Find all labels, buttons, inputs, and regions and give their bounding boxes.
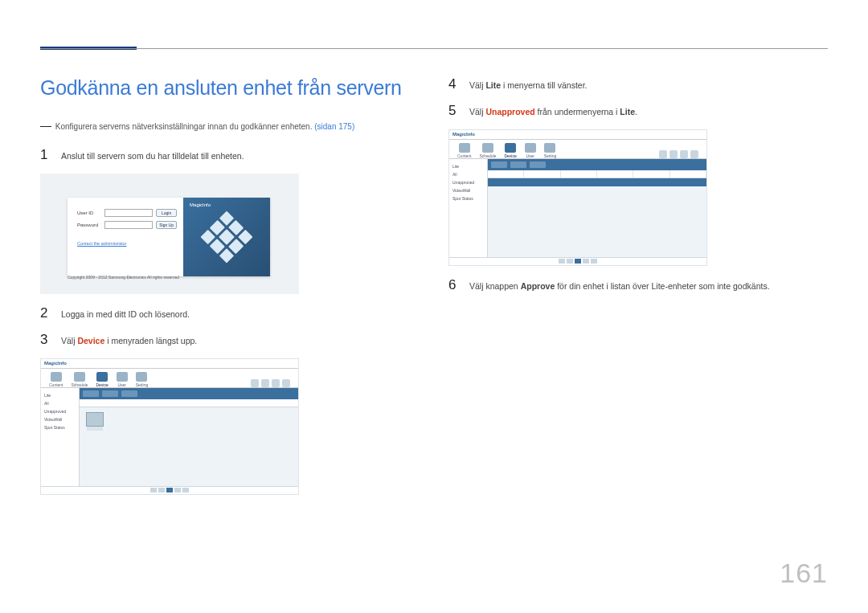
app-tabs: Content Schedule Device User Setting (449, 140, 706, 159)
table-header (488, 170, 706, 178)
step-number: 5 (448, 103, 458, 119)
step-number: 3 (40, 332, 50, 348)
login-row-pass: Password Sign Up (77, 221, 177, 229)
tool-btn[interactable] (121, 390, 137, 397)
app-toolbar (488, 159, 706, 170)
app-main (488, 159, 706, 257)
contact-admin-link[interactable]: Contact the administrator (77, 241, 126, 246)
config-note: ― Konfigurera serverns nätverksinställni… (40, 117, 420, 134)
step-number: 4 (448, 76, 458, 92)
util-icon[interactable] (669, 150, 678, 158)
brand-graphic (201, 210, 253, 263)
login-form: User ID Login Password Sign Up Contact t… (68, 198, 183, 276)
pass-label: Password (77, 223, 101, 227)
pass-input[interactable] (104, 221, 153, 229)
screenshot-device: MagicInfo Content Schedule Device User S… (40, 358, 299, 495)
tool-btn[interactable] (510, 161, 526, 168)
pager-btn[interactable] (559, 259, 565, 264)
side-lite[interactable]: Lite (44, 391, 76, 399)
pager-btn[interactable] (150, 488, 157, 492)
app-tabs: Content Schedule Device User Setting (41, 369, 298, 388)
util-icon[interactable] (659, 150, 667, 158)
side-lite[interactable]: Lite (452, 162, 484, 170)
side-videowall[interactable]: VideoWall (44, 415, 76, 423)
pager-current[interactable] (575, 259, 581, 264)
app-body: Lite All Unapproved VideoWall Spot Statu… (41, 388, 298, 486)
pager-btn[interactable] (182, 488, 189, 492)
pager-current[interactable] (166, 488, 173, 492)
device-thumb[interactable] (86, 412, 104, 427)
setting-icon (544, 143, 555, 153)
pager-btn[interactable] (583, 259, 589, 264)
side-all[interactable]: All (452, 170, 484, 178)
tab-content[interactable]: Content (457, 143, 472, 158)
app-sidebar: Lite All Unapproved VideoWall Spot Statu… (449, 159, 488, 257)
content-icon (51, 372, 62, 382)
side-all[interactable]: All (44, 399, 76, 407)
util-icon[interactable] (282, 379, 290, 387)
side-videowall[interactable]: VideoWall (452, 186, 484, 194)
page-number: 161 (780, 558, 828, 589)
note-link[interactable]: (sidan 175) (314, 122, 354, 131)
step-text: Välj Device i menyraden längst upp. (61, 332, 197, 349)
tab-setting[interactable]: Setting (544, 143, 557, 158)
tab-device[interactable]: Device (504, 143, 516, 158)
tool-btn[interactable] (530, 161, 546, 168)
table-row-selected[interactable] (488, 178, 706, 186)
schedule-icon (74, 372, 85, 382)
util-icon[interactable] (261, 379, 269, 387)
app-main (80, 388, 298, 486)
step-text: Anslut till servern som du har tilldelat… (61, 147, 244, 164)
util-icon[interactable] (690, 150, 698, 158)
side-unapproved[interactable]: Unapproved (452, 178, 484, 186)
user-icon (117, 372, 128, 382)
login-card: User ID Login Password Sign Up Contact t… (68, 198, 270, 276)
app-breadcrumb (80, 399, 298, 407)
user-input[interactable] (104, 209, 153, 217)
pager-btn[interactable] (567, 259, 573, 264)
brand-label: MagicInfo (190, 202, 211, 207)
step-5: 5 Välj Unapproved från undermenyerna i L… (448, 103, 828, 120)
util-icon[interactable] (251, 379, 259, 387)
tool-btn[interactable] (491, 161, 507, 168)
tab-content[interactable]: Content (49, 372, 63, 387)
app-pager (449, 257, 706, 265)
util-icon[interactable] (680, 150, 688, 158)
note-dash: ― (40, 119, 51, 132)
tool-btn[interactable] (83, 390, 99, 397)
login-row-user: User ID Login (77, 209, 177, 217)
app-toolbar (80, 388, 298, 399)
content-icon (459, 143, 470, 153)
copyright: Copyright 2009 - 2012 Samsung Electronic… (68, 275, 179, 280)
side-spotstatus[interactable]: Spot Status (452, 194, 484, 202)
login-brand-panel: MagicInfo (183, 198, 270, 276)
schedule-icon (482, 143, 493, 153)
tab-user[interactable]: User (117, 372, 128, 387)
signup-button[interactable]: Sign Up (156, 221, 177, 229)
side-unapproved[interactable]: Unapproved (44, 407, 76, 415)
side-spotstatus[interactable]: Spot Status (44, 423, 76, 431)
user-icon (525, 143, 536, 153)
tab-schedule[interactable]: Schedule (72, 372, 88, 387)
pager-btn[interactable] (174, 488, 181, 492)
step-number: 1 (40, 147, 50, 163)
pager-btn[interactable] (158, 488, 165, 492)
page-title: Godkänna en ansluten enhet från servern (40, 76, 420, 100)
app-logo: MagicInfo (452, 132, 475, 137)
table-empty (488, 186, 706, 257)
step-3: 3 Välj Device i menyraden längst upp. (40, 332, 420, 349)
user-label: User ID (77, 210, 101, 215)
login-button[interactable]: Login (156, 209, 177, 217)
util-icon[interactable] (272, 379, 280, 387)
app-titlebar: MagicInfo (449, 130, 706, 140)
app-pager (41, 486, 298, 494)
right-column: 4 Välj Lite i menyerna till vänster. 5 V… (448, 76, 828, 506)
tab-schedule[interactable]: Schedule (480, 143, 497, 158)
pager-btn[interactable] (591, 259, 597, 264)
tab-setting[interactable]: Setting (136, 372, 149, 387)
app-logo: MagicInfo (44, 361, 67, 366)
tool-btn[interactable] (102, 390, 118, 397)
tab-user[interactable]: User (525, 143, 536, 158)
tab-device[interactable]: Device (96, 372, 108, 387)
app-util-icons (659, 150, 698, 158)
